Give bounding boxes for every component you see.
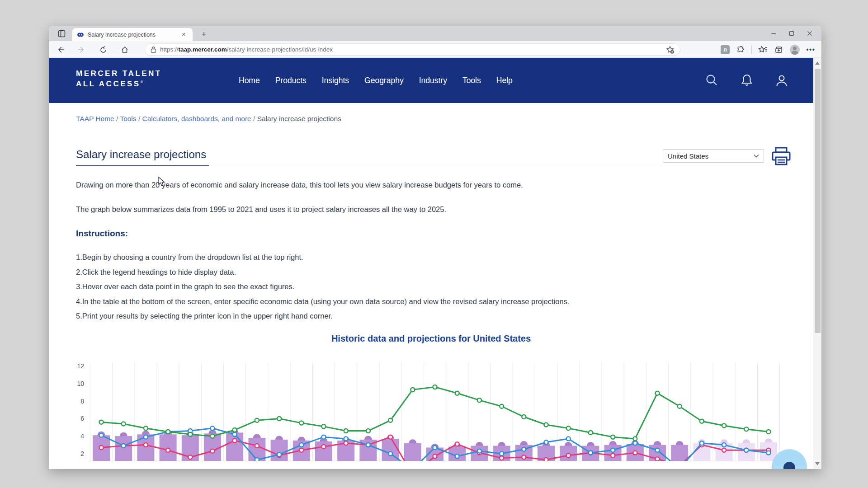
scrollbar-down-arrow[interactable]	[815, 462, 820, 465]
url-domain: taap.mercer.com	[179, 46, 227, 53]
user-account-icon[interactable]	[775, 74, 788, 87]
page-viewport: MERCER TALENT ALL ACCESS® Home Products …	[49, 58, 813, 469]
instructions-heading: Instructions:	[76, 229, 128, 239]
svg-text:12: 12	[77, 362, 84, 370]
url-path: /salary-increase-projections/id/us-index	[227, 46, 333, 53]
browser-profile-avatar[interactable]	[790, 45, 800, 55]
nav-item-help[interactable]: Help	[496, 76, 513, 85]
nav-item-insights[interactable]: Insights	[322, 76, 349, 85]
country-dropdown[interactable]: United States	[663, 149, 764, 163]
breadcrumb-taap-home[interactable]: TAAP Home	[76, 115, 114, 122]
instruction-item: 4.In the table at the bottom of the scre…	[76, 297, 569, 306]
url-scheme: https://	[160, 46, 179, 53]
browser-toolbar: https://taap.mercer.com/salary-increase-…	[49, 41, 821, 58]
breadcrumb-calculators[interactable]: Calculators, dashboards, and more	[142, 115, 251, 122]
breadcrumb-separator: /	[253, 115, 255, 122]
maximize-button[interactable]	[783, 27, 801, 40]
breadcrumb-separator: /	[116, 115, 118, 122]
search-icon[interactable]	[704, 73, 719, 88]
add-favorite-icon[interactable]	[665, 45, 675, 54]
svg-text:6: 6	[80, 415, 84, 422]
notifications-bell-icon[interactable]	[741, 74, 753, 87]
minimize-button[interactable]	[764, 27, 783, 40]
toolbar-divider	[751, 46, 752, 54]
window-controls	[764, 26, 819, 41]
instruction-item: 5.Print your results by selecting the pr…	[76, 311, 569, 321]
breadcrumb-separator: /	[138, 115, 140, 122]
settings-menu-icon[interactable]: •••	[806, 46, 815, 54]
tab-actions-button[interactable]	[54, 28, 69, 39]
breadcrumb-current: Salary increase projections	[257, 115, 341, 122]
tab-strip: Salary increase projections ✕ +	[49, 26, 821, 41]
favorites-icon[interactable]	[758, 45, 768, 54]
forward-button[interactable]	[75, 43, 88, 56]
vertical-tabs-icon	[58, 30, 66, 38]
intro-paragraph-1: Drawing on more than 20 years of economi…	[76, 181, 523, 189]
lock-icon	[151, 46, 156, 53]
scrollbar-up-arrow[interactable]	[815, 61, 820, 65]
instruction-item: 1.Begin by choosing a country from the d…	[76, 253, 569, 262]
logo-line2: ALL ACCESS®	[76, 79, 162, 89]
back-button[interactable]	[54, 43, 67, 56]
tab-title: Salary increase projections	[88, 32, 179, 38]
breadcrumb-tools[interactable]: Tools	[120, 115, 136, 122]
toolbar-icon-row: n •••	[721, 43, 815, 56]
close-window-button[interactable]	[801, 27, 819, 40]
header-icon-row	[704, 58, 788, 103]
browser-window: Salary increase projections ✕ +	[49, 26, 821, 469]
collections-icon[interactable]	[774, 45, 783, 54]
tab-close-icon[interactable]: ✕	[179, 31, 188, 38]
nav-item-tools[interactable]: Tools	[462, 76, 481, 85]
n-extension-icon[interactable]: n	[721, 45, 730, 54]
chevron-down-icon	[754, 154, 759, 158]
chart-title: Historic data and projections for United…	[49, 333, 813, 344]
page-title: Salary increase projections	[76, 148, 206, 161]
intro-paragraph-2: The graph below summarizes data from 199…	[76, 205, 446, 214]
page-scrollbar[interactable]	[813, 58, 821, 469]
site-header: MERCER TALENT ALL ACCESS® Home Products …	[49, 58, 813, 103]
nav-item-industry[interactable]: Industry	[419, 76, 447, 85]
registered-mark: ®	[141, 80, 143, 84]
nav-item-geography[interactable]: Geography	[364, 76, 404, 85]
salary-chart-svg: 24681012	[49, 356, 813, 469]
refresh-button[interactable]	[97, 43, 109, 56]
site-logo[interactable]: MERCER TALENT ALL ACCESS®	[76, 69, 162, 89]
instructions-list: 1.Begin by choosing a country from the d…	[76, 253, 569, 326]
country-dropdown-value: United States	[668, 152, 708, 160]
instruction-item: 3.Hover over each data point in the grap…	[76, 282, 569, 291]
salary-chart[interactable]: 24681012	[49, 356, 813, 469]
breadcrumb: TAAP Home / Tools / Calculators, dashboa…	[76, 115, 341, 123]
print-button[interactable]	[771, 146, 792, 166]
home-button[interactable]	[118, 43, 131, 56]
main-nav: Home Products Insights Geography Industr…	[239, 58, 513, 103]
new-tab-button[interactable]: +	[198, 29, 210, 40]
svg-text:8: 8	[80, 398, 84, 405]
logo-line1: MERCER TALENT	[76, 69, 162, 79]
extensions-puzzle-icon[interactable]	[736, 45, 745, 54]
url-text: https://taap.mercer.com/salary-increase-…	[160, 46, 665, 53]
title-underline	[76, 165, 209, 166]
browser-tab[interactable]: Salary increase projections ✕	[72, 28, 193, 41]
nav-item-home[interactable]: Home	[239, 76, 260, 85]
nav-item-products[interactable]: Products	[275, 76, 307, 85]
address-bar[interactable]: https://taap.mercer.com/salary-increase-…	[145, 43, 680, 56]
svg-text:2: 2	[80, 450, 84, 457]
scrollbar-thumb[interactable]	[815, 69, 821, 333]
instruction-item: 2.Click the legend headings to hide disp…	[76, 267, 569, 277]
mercer-favicon	[77, 31, 84, 38]
svg-text:10: 10	[77, 380, 84, 387]
svg-text:4: 4	[80, 432, 84, 440]
